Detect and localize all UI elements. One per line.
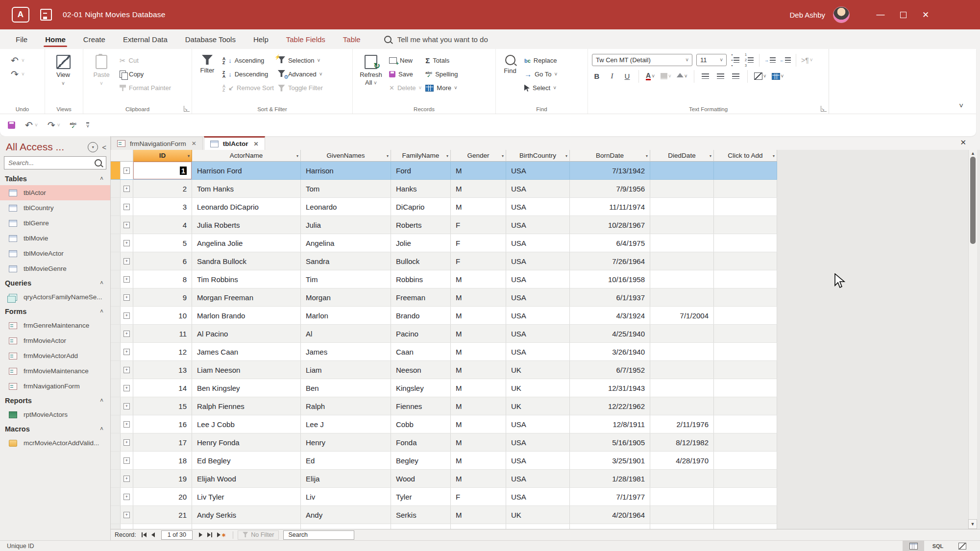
table-row[interactable]: +12James CaanJamesCaanMUSA3/26/1940	[111, 343, 777, 361]
cell-DiedDate[interactable]: 2/11/1976	[650, 415, 714, 433]
cell-ID[interactable]: 8	[133, 270, 192, 288]
table-row[interactable]: +20Liv TylerLivTylerFUSA7/1/1977	[111, 488, 777, 506]
expand-record-cell[interactable]: +	[121, 433, 133, 451]
cell-ActorName[interactable]: Julia Roberts	[192, 216, 301, 234]
cell-BornDate[interactable]: 10/28/1967	[570, 216, 650, 234]
record-selector[interactable]	[111, 234, 121, 252]
cell-Click-to-Add[interactable]	[714, 415, 777, 433]
table-row[interactable]: +14Ben KingsleyBenKingsleyMUK12/31/1943	[111, 379, 777, 397]
cell-ActorName[interactable]: Liv Tyler	[192, 488, 301, 505]
expand-record-icon[interactable]: +	[123, 476, 130, 482]
table-row[interactable]: +1Harrison FordHarrisonFordMUSA7/13/1942	[111, 162, 777, 180]
cell-BirthCountry[interactable]: USA	[506, 415, 570, 433]
ascending-button[interactable]: AZ↓Ascending	[222, 54, 274, 67]
table-row[interactable]: +19Elijah WoodElijaWoodMUSA1/28/1981	[111, 470, 777, 488]
cell-FamilyName[interactable]: Begley	[391, 452, 451, 469]
cell-BornDate[interactable]: 7/26/1964	[570, 252, 650, 270]
expand-record-cell[interactable]: +	[121, 198, 133, 216]
expand-record-icon[interactable]: +	[123, 331, 130, 337]
table-row[interactable]: +21Andy SerkisAndySerkisMUK4/20/1964	[111, 506, 777, 524]
cell-DiedDate[interactable]	[650, 252, 714, 270]
minimize-button[interactable]: —	[870, 5, 891, 24]
cell-GivenNames[interactable]: Harrison	[301, 162, 391, 179]
table-row[interactable]: +10Marlon BrandoMarlonBrandoMUSA4/3/1924…	[111, 307, 777, 325]
new-record-button[interactable]: New	[389, 54, 421, 67]
cell-FamilyName[interactable]: Hanks	[391, 180, 451, 197]
column-header-FamilyName[interactable]: FamilyName▾	[391, 150, 451, 162]
decrease-indent-button[interactable]: ←	[780, 55, 791, 66]
cell-ActorName[interactable]: Ralph Fiennes	[192, 397, 301, 415]
cell-GivenNames[interactable]: Viggo	[301, 524, 391, 529]
cell-BirthCountry[interactable]: USA	[506, 343, 570, 360]
cell-DiedDate[interactable]: 8/12/1982	[650, 433, 714, 451]
record-search-input[interactable]: Search	[283, 530, 354, 540]
cell-Gender[interactable]: M	[451, 325, 506, 342]
cell-Click-to-Add[interactable]	[714, 452, 777, 469]
sql-view-button[interactable]: SQL	[927, 541, 949, 551]
cell-DiedDate[interactable]	[650, 488, 714, 505]
table-row[interactable]: +13Liam NeesonLiamNeesonMUK6/7/1952	[111, 361, 777, 379]
cell-DiedDate[interactable]	[650, 234, 714, 252]
paste-button[interactable]: Paste ˅	[87, 52, 116, 87]
cell-Gender[interactable]: M	[451, 180, 506, 197]
cell-ID[interactable]: 17	[133, 433, 192, 451]
column-dropdown-icon[interactable]: ▾	[296, 153, 298, 158]
cell-GivenNames[interactable]: Liv	[301, 488, 391, 505]
column-header-DiedDate[interactable]: DiedDate▾	[650, 150, 714, 162]
cell-Click-to-Add[interactable]	[714, 288, 777, 306]
cell-GivenNames[interactable]: Henry	[301, 433, 391, 451]
cell-GivenNames[interactable]: Ben	[301, 379, 391, 397]
record-selector[interactable]	[111, 361, 121, 379]
redo-button[interactable]: ↷˅	[11, 68, 42, 81]
gridlines-button[interactable]: ˅	[754, 71, 766, 82]
view-button[interactable]: View ˅	[49, 52, 77, 87]
expand-record-icon[interactable]: +	[123, 294, 130, 301]
record-selector[interactable]	[111, 524, 121, 529]
format-painter-button[interactable]: Format Painter	[120, 81, 171, 95]
cell-DiedDate[interactable]	[650, 325, 714, 342]
cell-GivenNames[interactable]: Julia	[301, 216, 391, 234]
expand-record-cell[interactable]: +	[121, 379, 133, 397]
tell-me-box[interactable]: Tell me what you want to do	[384, 35, 488, 44]
clipboard-dialog-launcher[interactable]: ↘	[184, 106, 190, 112]
table-row[interactable]: +2Tom HanksTomHanksMUSA7/9/1956	[111, 180, 777, 198]
cell-GivenNames[interactable]: Tim	[301, 270, 391, 288]
cell-Gender[interactable]: F	[451, 216, 506, 234]
tab-table-fields[interactable]: Table Fields	[277, 29, 334, 49]
cell-ActorName[interactable]: Tom Hanks	[192, 180, 301, 197]
cell-BirthCountry[interactable]: USA	[506, 198, 570, 216]
cell-Gender[interactable]: F	[451, 234, 506, 252]
cell-ID[interactable]: 11	[133, 325, 192, 342]
column-header-ActorName[interactable]: ActorName▾	[192, 150, 301, 162]
table-row[interactable]: +11Al PacinoAlPacinoMUSA4/25/1940	[111, 325, 777, 343]
expand-record-icon[interactable]: +	[123, 457, 130, 464]
expand-record-cell[interactable]: +	[121, 270, 133, 288]
doc-tab-frmNavigationForm[interactable]: frmNavigationForm✕	[111, 137, 203, 150]
cell-Click-to-Add[interactable]	[714, 470, 777, 487]
cell-FamilyName[interactable]: Ford	[391, 162, 451, 179]
more-button[interactable]: More˅	[425, 81, 458, 95]
record-selector[interactable]	[111, 252, 121, 270]
cell-BornDate[interactable]: 6/4/1975	[570, 234, 650, 252]
nav-pane-shutter-icon[interactable]: <	[102, 143, 106, 151]
increase-indent-button[interactable]: →	[764, 55, 776, 66]
select-button[interactable]: Select˅	[524, 81, 557, 95]
expand-record-icon[interactable]: +	[123, 204, 130, 210]
column-header-BornDate[interactable]: BornDate▾	[570, 150, 650, 162]
cell-GivenNames[interactable]: Marlon	[301, 307, 391, 324]
record-selector[interactable]	[111, 325, 121, 342]
cell-Click-to-Add[interactable]	[714, 180, 777, 197]
cell-ID[interactable]: 5	[133, 234, 192, 252]
cell-ID[interactable]: 4	[133, 216, 192, 234]
expand-record-icon[interactable]: +	[123, 240, 130, 246]
column-header-Click-to-Add[interactable]: Click to Add▾	[714, 150, 777, 162]
cell-Click-to-Add[interactable]	[714, 343, 777, 360]
sidebar-item-mcrMovieActorAddValid[interactable]: mcrMovieActorAddValid...	[0, 435, 110, 451]
table-row[interactable]: +15Ralph FiennesRalphFiennesMUK12/22/196…	[111, 397, 777, 415]
record-selector[interactable]	[111, 506, 121, 524]
scrollbar-thumb[interactable]	[970, 157, 976, 244]
advanced-button[interactable]: ⚙Advanced˅	[278, 68, 323, 81]
collapse-ribbon-button[interactable]: ˅	[959, 101, 963, 110]
cell-Gender[interactable]: M	[451, 198, 506, 216]
cell-GivenNames[interactable]: Liam	[301, 361, 391, 379]
